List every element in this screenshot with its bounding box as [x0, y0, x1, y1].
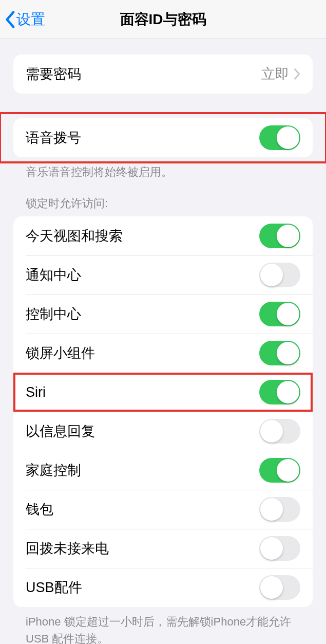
voice-dial-highlight: 语音拨号 — [0, 118, 326, 157]
voice-dial-footer: 音乐语音控制将始终被启用。 — [26, 163, 300, 180]
lock-access-switch-9[interactable] — [259, 575, 300, 600]
lock-access-switch-7[interactable] — [259, 497, 300, 522]
row-lock-access-3: 锁屏小组件 — [13, 334, 313, 373]
lock-access-switch-5[interactable] — [259, 419, 300, 444]
lock-access-item-label: Siri — [26, 384, 46, 400]
lock-access-switch-6[interactable] — [259, 458, 300, 483]
voice-dial-switch[interactable] — [259, 125, 300, 150]
lock-access-item-label: 以信息回复 — [26, 422, 95, 440]
group-lock-access: 今天视图和搜索通知中心控制中心锁屏小组件Siri以信息回复家庭控制钱包回拨未接来… — [13, 216, 313, 607]
row-lock-access-8: 回拨未接来电 — [13, 529, 313, 568]
row-lock-access-7: 钱包 — [13, 490, 313, 529]
row-lock-access-5: 以信息回复 — [13, 412, 313, 451]
group-require-passcode: 需要密码 立即 — [13, 54, 313, 94]
lock-access-item-label: 回拨未接来电 — [26, 539, 109, 558]
voice-dial-label: 语音拨号 — [26, 128, 81, 147]
row-lock-access-0: 今天视图和搜索 — [13, 216, 313, 255]
group-voice-dial: 语音拨号 — [13, 118, 313, 157]
row-require-passcode[interactable]: 需要密码 立即 — [13, 54, 313, 94]
row-lock-access-2: 控制中心 — [13, 295, 313, 334]
lock-access-item-label: 锁屏小组件 — [26, 344, 95, 362]
row-voice-dial: 语音拨号 — [13, 118, 313, 157]
lock-access-item-label: 钱包 — [26, 500, 53, 519]
lock-access-header: 锁定时允许访问: — [26, 196, 300, 211]
lock-access-item-label: 今天视图和搜索 — [26, 227, 123, 245]
chevron-left-icon — [4, 10, 15, 29]
lock-access-switch-4[interactable] — [259, 380, 300, 404]
row-lock-access-1: 通知中心 — [13, 255, 313, 295]
lock-access-switch-0[interactable] — [259, 224, 300, 248]
chevron-right-icon — [293, 68, 300, 80]
back-button[interactable]: 设置 — [0, 10, 45, 29]
lock-access-item-label: USB配件 — [26, 578, 82, 597]
back-label: 设置 — [16, 10, 45, 29]
lock-access-item-label: 通知中心 — [26, 266, 81, 284]
row-lock-access-9: USB配件 — [13, 568, 313, 607]
row-lock-access-4: Siri — [13, 373, 313, 412]
lock-access-switch-1[interactable] — [259, 263, 300, 287]
row-lock-access-6: 家庭控制 — [13, 451, 313, 490]
lock-access-item-label: 家庭控制 — [26, 461, 81, 480]
nav-bar: 设置 面容ID与密码 — [0, 0, 326, 39]
page-title: 面容ID与密码 — [0, 10, 326, 29]
lock-access-switch-2[interactable] — [259, 302, 300, 326]
lock-access-item-label: 控制中心 — [26, 305, 81, 323]
require-passcode-label: 需要密码 — [26, 65, 81, 83]
lock-access-switch-8[interactable] — [259, 536, 300, 561]
require-passcode-value: 立即 — [261, 65, 289, 83]
lock-access-footer: iPhone 锁定超过一小时后，需先解锁iPhone才能允许USB 配件连接。 — [26, 613, 300, 644]
lock-access-switch-3[interactable] — [259, 341, 300, 365]
